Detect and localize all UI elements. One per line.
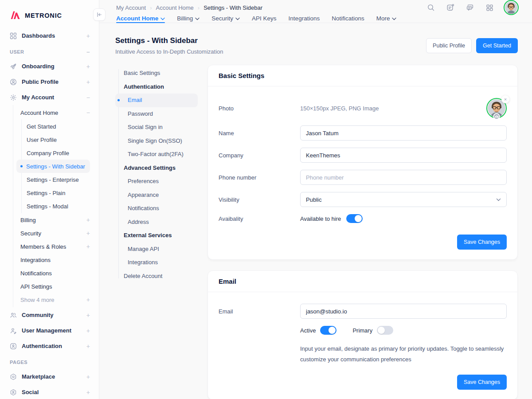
settings-nav-preferences[interactable]: Preferences (115, 175, 198, 188)
sidebar-item-community[interactable]: Community + (0, 307, 99, 323)
settings-nav-basic-settings[interactable]: Basic Settings (115, 66, 198, 80)
collapse-minus-icon: − (86, 109, 90, 116)
save-changes-button[interactable]: Save Changes (457, 235, 507, 250)
user-avatar[interactable] (504, 0, 519, 15)
change-photo-button[interactable] (493, 113, 500, 120)
settings-nav-2fa[interactable]: Two-Factor auth(2FA) (115, 148, 198, 161)
sidebar-item-company-profile[interactable]: Company Profile (22, 146, 99, 160)
expand-plus-icon: + (86, 389, 90, 396)
sidebar-item-my-account[interactable]: My Account − (0, 90, 99, 105)
get-started-button[interactable]: Get Started (476, 38, 518, 53)
settings-nav-appearance[interactable]: Appearance (115, 188, 198, 202)
settings-nav-address[interactable]: Address (115, 215, 198, 229)
primary-toggle[interactable] (377, 326, 393, 335)
brand: METRONIC (0, 0, 99, 28)
sidebar-item-account-home[interactable]: Account Home − (13, 106, 99, 119)
email-input[interactable] (300, 304, 507, 319)
email-row: Email (219, 304, 507, 319)
top-header: My Account › Account Home › Settings - W… (99, 0, 532, 15)
settings-nav-external-services: External Services (115, 229, 198, 243)
sidebar-item-integrations[interactable]: Integrations (13, 253, 99, 266)
photo-hint: 150×150px JPEG, PNG Image (300, 105, 379, 112)
expand-plus-icon: + (86, 78, 90, 86)
save-changes-button[interactable]: Save Changes (457, 375, 507, 390)
sidebar-item-settings-modal[interactable]: Settings - Modal (22, 200, 99, 213)
company-input[interactable] (300, 148, 507, 163)
tab-security[interactable]: Security (211, 15, 240, 23)
settings-nav-sso[interactable]: Single Sign On(SSO) (115, 134, 198, 148)
sidebar-item-onboarding[interactable]: Onboarding + (0, 59, 99, 74)
badge-user-icon (10, 343, 17, 350)
people-icon (10, 312, 17, 319)
phone-input[interactable] (300, 170, 507, 185)
chat-button[interactable] (465, 2, 475, 13)
settings-nav-delete-account[interactable]: Delete Account (115, 270, 198, 283)
notifications-button[interactable] (445, 2, 456, 13)
sidebar-item-notifications[interactable]: Notifications (13, 266, 99, 280)
sidebar-item-marketplace[interactable]: Marketplace + (0, 369, 99, 384)
sidebar-item-public-profile[interactable]: Public Profile + (0, 74, 99, 90)
tab-account-home[interactable]: Account Home (116, 15, 165, 23)
availability-toggle[interactable] (346, 214, 363, 223)
sidebar-item-user-management[interactable]: User Management + (0, 323, 99, 338)
rocket-icon (10, 63, 17, 70)
settings-nav-integrations[interactable]: Integrations (115, 256, 198, 270)
sidebar-item-billing[interactable]: Billing + (13, 213, 99, 227)
settings-nav-notifications[interactable]: Notifications (115, 202, 198, 215)
sidebar-item-settings-with-sidebar[interactable]: Settings - With Sidebar (16, 160, 90, 173)
sidebar-item-label: Dashboards (22, 32, 86, 39)
settings-nav-social-sign-in[interactable]: Social Sign in (115, 121, 198, 134)
sidebar-item-authentication[interactable]: Authentication + (0, 338, 99, 354)
visibility-row: Visibility Public (219, 192, 507, 207)
sidebar-item-get-started[interactable]: Get Started (22, 120, 99, 133)
breadcrumb: My Account › Account Home › Settings - W… (116, 4, 262, 11)
tab-notifications[interactable]: Notifications (332, 15, 364, 23)
settings-nav-password[interactable]: Password (115, 107, 198, 121)
expand-plus-icon: + (86, 373, 90, 380)
sidebar-item-members-roles[interactable]: Members & Roles + (13, 240, 99, 253)
tab-billing[interactable]: Billing (177, 15, 200, 23)
sidebar-collapse-button[interactable] (93, 8, 106, 21)
name-row: Name (219, 125, 507, 141)
sidebar-item-settings-enterprise[interactable]: Settings - Enterprise (22, 173, 99, 186)
tab-api-keys[interactable]: API Keys (252, 15, 277, 23)
visibility-select[interactable]: Public (300, 192, 507, 207)
avatar-image (505, 1, 517, 14)
breadcrumb-my-account[interactable]: My Account (116, 4, 146, 11)
my-account-submenu: Account Home − Get Started User Profile … (13, 105, 99, 307)
settings-nav-manage-api[interactable]: Manage API (115, 243, 198, 256)
settings-nav-email[interactable]: Email (115, 94, 198, 107)
apps-button[interactable] (484, 2, 495, 13)
grid-icon (10, 32, 17, 39)
sidebar-item-label: User Management (22, 327, 86, 334)
expand-plus-icon: + (86, 327, 90, 334)
remove-photo-button[interactable]: × (501, 95, 509, 103)
sidebar-item-dashboards[interactable]: Dashboards + (0, 28, 99, 43)
public-profile-button[interactable]: Public Profile (426, 38, 472, 53)
sidebar-item-settings-plain[interactable]: Settings - Plain (22, 186, 99, 200)
sidebar-section-pages: PAGES (0, 356, 99, 369)
search-button[interactable] (426, 2, 436, 13)
active-toggle[interactable] (320, 326, 336, 335)
sidebar-item-security[interactable]: Security + (13, 227, 99, 240)
tab-more[interactable]: More (376, 15, 397, 23)
page-header: Settings - With Sidebar Intuitive Access… (115, 36, 518, 55)
camera-icon (495, 115, 498, 118)
app-sidebar: METRONIC Dashboards + USER − Onboarding … (0, 0, 99, 399)
email-helper-text: Input your email, designate as primary f… (300, 344, 505, 365)
settings-nav-authentication: Authentication (115, 80, 198, 94)
collapse-minus-icon: − (86, 49, 90, 55)
breadcrumb-account-home[interactable]: Account Home (156, 4, 194, 11)
sidebar-item-show-more[interactable]: Show 4 more + (13, 293, 99, 306)
sidebar-item-social[interactable]: Social + (0, 384, 99, 399)
close-icon: × (504, 97, 507, 102)
apps-grid-icon (486, 4, 493, 12)
profile-photo[interactable]: × (486, 98, 507, 118)
sidebar-item-label: My Account (22, 94, 86, 101)
tab-integrations[interactable]: Integrations (289, 15, 320, 23)
search-icon (427, 4, 435, 12)
sidebar-item-user-profile[interactable]: User Profile (22, 133, 99, 146)
sidebar-item-api-settings[interactable]: API Settings (13, 280, 99, 293)
name-input[interactable] (300, 125, 507, 141)
availability-label: Avaibality (219, 215, 300, 222)
